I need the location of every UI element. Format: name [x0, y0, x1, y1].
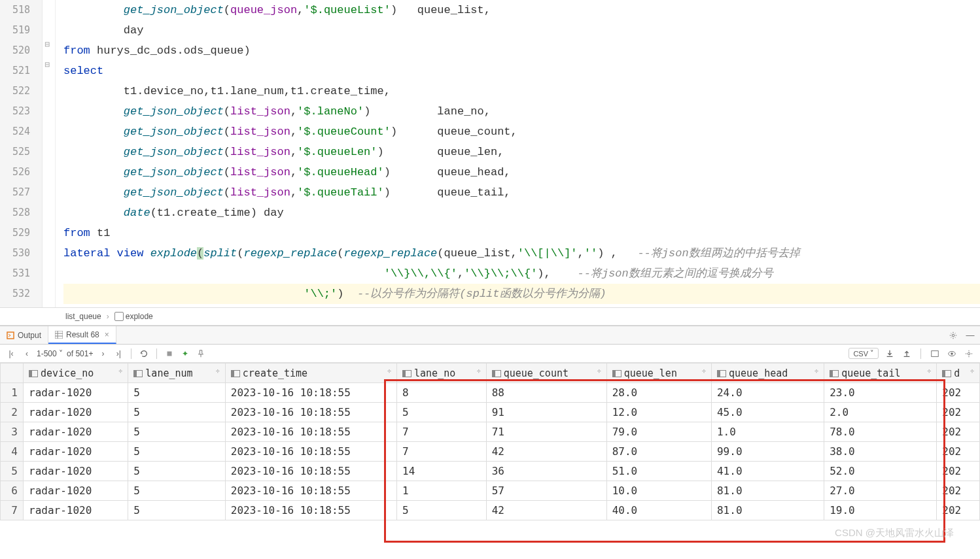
column-header-create_time[interactable]: create_time÷	[225, 364, 396, 383]
settings-icon[interactable]	[963, 348, 975, 360]
results-panel: Output Result 68× — |‹ ‹ 1-500 ˅ of 501+…	[0, 326, 980, 520]
chevron-right-icon: ›	[107, 312, 109, 321]
upload-icon[interactable]	[901, 348, 913, 360]
close-icon[interactable]: ×	[105, 330, 109, 339]
rownum-header	[1, 364, 24, 383]
download-icon[interactable]	[884, 348, 896, 360]
gear-icon[interactable]	[947, 330, 959, 341]
export-csv-button[interactable]: CSV ˅	[849, 348, 879, 359]
line-gutter: 5185195205215225235245255265275285295305…	[0, 0, 43, 307]
refresh-icon[interactable]	[138, 348, 150, 360]
fold-column: ⊟ ⊟	[43, 0, 56, 307]
table-icon	[55, 331, 63, 339]
breadcrumb-item[interactable]: explode	[114, 312, 153, 322]
table-row[interactable]: 2radar-102052023-10-16 10:18:5559112.045…	[1, 403, 980, 422]
view-icon[interactable]	[929, 348, 941, 360]
tab-result[interactable]: Result 68×	[48, 326, 116, 344]
column-header-queue_count[interactable]: queue_count÷	[486, 364, 606, 383]
svg-point-10	[968, 352, 970, 355]
column-header-device_no[interactable]: device_no÷	[24, 364, 128, 383]
stop-icon[interactable]	[164, 348, 175, 360]
result-grid[interactable]: device_no÷lane_num÷create_time÷lane_no÷q…	[0, 363, 980, 520]
code-editor[interactable]: 5185195205215225235245255265275285295305…	[0, 0, 980, 307]
table-row[interactable]: 5radar-102052023-10-16 10:18:55143651.04…	[1, 462, 980, 481]
panel-tabs: Output Result 68× —	[0, 326, 980, 345]
output-icon	[7, 331, 14, 339]
table-row[interactable]: 1radar-102052023-10-16 10:18:5588828.024…	[1, 383, 980, 403]
table-row[interactable]: 3radar-102052023-10-16 10:18:5577179.01.…	[1, 422, 980, 442]
breadcrumb-bar: list_queue › explode	[0, 307, 980, 326]
table-row[interactable]: 7radar-102052023-10-16 10:18:5554240.081…	[1, 501, 980, 520]
first-page-icon[interactable]: |‹	[5, 348, 17, 360]
next-page-icon[interactable]: ›	[97, 348, 109, 360]
column-header-lane_no[interactable]: lane_no÷	[397, 364, 487, 383]
svg-point-5	[952, 334, 954, 337]
tab-output[interactable]: Output	[0, 326, 48, 344]
watermark-text: CSDN @天地风雷水火山泽	[835, 527, 954, 539]
column-header-d[interactable]: d÷	[937, 364, 980, 383]
prev-page-icon[interactable]: ‹	[21, 348, 33, 360]
page-total: of 501+	[67, 349, 93, 358]
column-header-queue_head[interactable]: queue_head÷	[711, 364, 824, 383]
minimize-icon[interactable]: —	[964, 330, 976, 341]
column-header-queue_tail[interactable]: queue_tail÷	[824, 364, 937, 383]
code-content[interactable]: get_json_object(queue_json,'$.queueList'…	[56, 0, 980, 307]
svg-rect-1	[55, 331, 63, 339]
svg-point-9	[951, 352, 953, 355]
page-range[interactable]: 1-500 ˅	[37, 349, 63, 358]
add-row-icon[interactable]: ✦	[179, 348, 191, 360]
table-row[interactable]: 6radar-102052023-10-16 10:18:5515710.081…	[1, 481, 980, 501]
column-header-queue_len[interactable]: queue_len÷	[606, 364, 711, 383]
table-row[interactable]: 4radar-102052023-10-16 10:18:5574287.099…	[1, 442, 980, 462]
column-header-lane_num[interactable]: lane_num÷	[128, 364, 225, 383]
last-page-icon[interactable]: ›|	[113, 348, 124, 360]
breadcrumb-item[interactable]: list_queue	[65, 312, 101, 321]
eye-icon[interactable]	[946, 348, 958, 360]
svg-rect-6	[167, 351, 172, 356]
result-toolbar: |‹ ‹ 1-500 ˅ of 501+ › ›| ✦ CSV ˅	[0, 345, 980, 363]
svg-rect-7	[932, 350, 939, 356]
pin-icon[interactable]	[195, 348, 207, 360]
